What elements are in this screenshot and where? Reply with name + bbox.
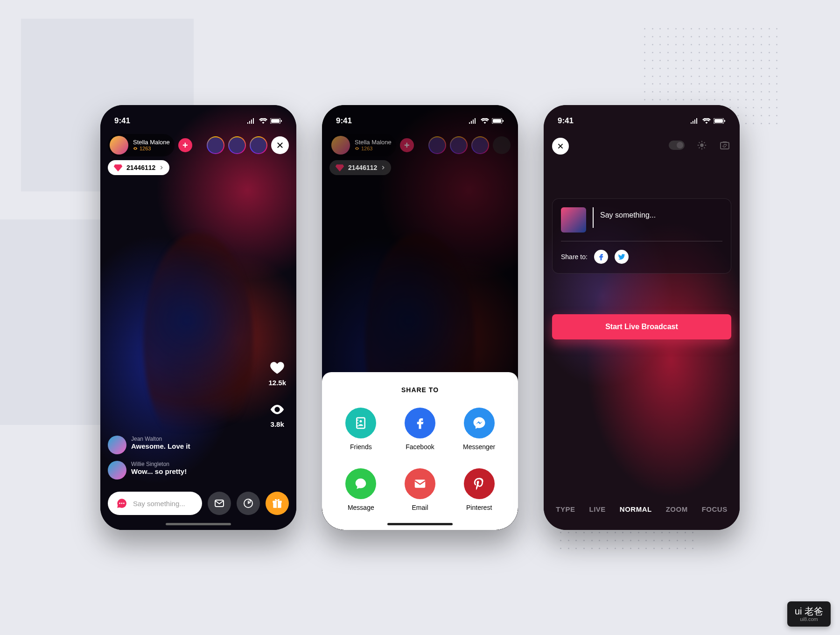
svg-rect-11 — [277, 501, 278, 508]
share-to-label: Share to: — [561, 253, 588, 261]
comment-text: Awesome. Love it — [131, 442, 190, 450]
status-time: 9:41 — [336, 116, 352, 126]
close-button[interactable] — [271, 136, 289, 154]
share-twitter[interactable] — [615, 250, 629, 264]
start-broadcast-button[interactable]: Start Live Broadcast — [552, 314, 731, 339]
like-count: 12.5k — [268, 379, 286, 387]
viewer-avatar[interactable] — [228, 136, 246, 154]
wifi-icon — [702, 118, 711, 124]
commenter-avatar[interactable] — [108, 461, 126, 480]
svg-rect-14 — [503, 120, 504, 122]
mode-zoom[interactable]: ZOOM — [666, 505, 688, 513]
streamer-viewers: 1263 — [355, 146, 392, 151]
svg-point-16 — [360, 420, 362, 423]
follow-button[interactable]: + — [178, 138, 192, 152]
cellular-icon — [469, 118, 478, 124]
gems-pill[interactable]: 21446112 — [329, 160, 391, 175]
share-sheet: SHARE TO Friends Facebook Messenger — [322, 372, 518, 530]
status-time: 9:41 — [558, 116, 574, 126]
commenter-avatar[interactable] — [108, 436, 126, 454]
switch-camera-icon[interactable] — [719, 140, 730, 151]
share-option-pinterest[interactable]: Pinterest — [454, 468, 504, 511]
message-icon — [354, 477, 368, 491]
mode-type[interactable]: TYPE — [556, 505, 575, 513]
share-option-facebook[interactable]: Facebook — [395, 408, 445, 451]
home-indicator[interactable] — [387, 523, 453, 525]
share-option-friends[interactable]: Friends — [336, 408, 386, 451]
svg-rect-22 — [714, 119, 723, 123]
share-facebook[interactable] — [594, 250, 608, 264]
gem-icon — [113, 163, 123, 172]
watching-count[interactable]: 3.8k — [269, 402, 285, 428]
svg-point-17 — [357, 420, 359, 421]
email-icon — [413, 477, 427, 491]
viewer-avatar[interactable] — [250, 136, 267, 154]
mode-focus[interactable]: FOCUS — [702, 505, 728, 513]
battery-icon — [492, 118, 504, 124]
divider — [561, 241, 722, 241]
status-bar: 9:41 — [322, 105, 518, 130]
eye-icon — [355, 146, 359, 151]
svg-rect-1 — [271, 119, 280, 123]
share-option-messenger[interactable]: Messenger — [454, 408, 504, 451]
close-icon — [557, 143, 564, 149]
home-indicator[interactable] — [166, 523, 231, 525]
svg-point-25 — [677, 142, 683, 148]
streamer-avatar — [331, 136, 350, 155]
close-button[interactable] — [493, 136, 511, 154]
streamer-name: Stella Malone — [133, 139, 170, 146]
facebook-icon — [413, 416, 427, 430]
mail-icon — [214, 498, 225, 509]
svg-point-26 — [700, 143, 703, 147]
viewer-avatar[interactable] — [428, 136, 446, 154]
svg-point-6 — [123, 503, 125, 504]
gift-icon — [271, 497, 283, 509]
phone-broadcast-setup: 9:41 Say something... — [544, 105, 740, 530]
wifi-icon — [259, 118, 267, 124]
svg-point-4 — [119, 503, 120, 504]
flash-toggle-icon[interactable] — [669, 141, 685, 150]
comment-text: Wow... so pretty! — [131, 467, 187, 475]
share-button[interactable] — [237, 492, 260, 515]
viewer-avatar[interactable] — [471, 136, 489, 154]
gem-icon — [335, 163, 344, 172]
twitter-icon — [617, 253, 626, 261]
cursor-line — [593, 207, 594, 228]
messenger-icon — [472, 416, 486, 430]
share-option-message[interactable]: Message — [336, 468, 386, 511]
svg-rect-23 — [724, 120, 725, 122]
eye-icon — [133, 146, 138, 151]
share-sheet-title: SHARE TO — [336, 386, 504, 394]
mode-selector[interactable]: TYPE LIVE NORMAL ZOOM FOCUS — [544, 505, 740, 513]
mode-live[interactable]: LIVE — [589, 505, 606, 513]
chat-icon — [115, 497, 128, 510]
commenter-name: Jean Walton — [131, 436, 190, 442]
mode-normal[interactable]: NORMAL — [620, 505, 652, 513]
streamer-chip[interactable]: Stella Malone 1263 — [108, 134, 175, 156]
svg-point-18 — [357, 423, 359, 424]
status-bar: 9:41 — [544, 105, 740, 130]
title-input[interactable]: Say something... — [600, 207, 656, 219]
viewer-avatar[interactable] — [207, 136, 224, 154]
share-option-email[interactable]: Email — [395, 468, 445, 511]
pinterest-icon — [472, 477, 486, 491]
battery-icon — [270, 118, 282, 124]
streamer-avatar — [110, 136, 128, 155]
follow-button[interactable]: + — [400, 138, 414, 152]
viewer-avatar[interactable] — [450, 136, 468, 154]
comment-input[interactable]: Say something... — [108, 492, 202, 515]
like-button[interactable]: 12.5k — [268, 360, 286, 387]
svg-rect-27 — [721, 142, 729, 149]
cover-thumbnail[interactable] — [561, 207, 586, 233]
svg-point-19 — [357, 425, 359, 427]
compose-card: Say something... Share to: — [552, 198, 731, 274]
comment-placeholder: Say something... — [133, 500, 185, 508]
inbox-button[interactable] — [208, 492, 231, 515]
gift-button[interactable] — [266, 492, 289, 515]
streamer-chip[interactable]: Stella Malone 1263 — [329, 134, 396, 156]
svg-rect-13 — [493, 119, 501, 123]
gems-pill[interactable]: 21446112 — [108, 160, 169, 175]
status-time: 9:41 — [114, 116, 130, 126]
brightness-icon[interactable] — [697, 140, 707, 150]
close-button[interactable] — [552, 138, 569, 155]
